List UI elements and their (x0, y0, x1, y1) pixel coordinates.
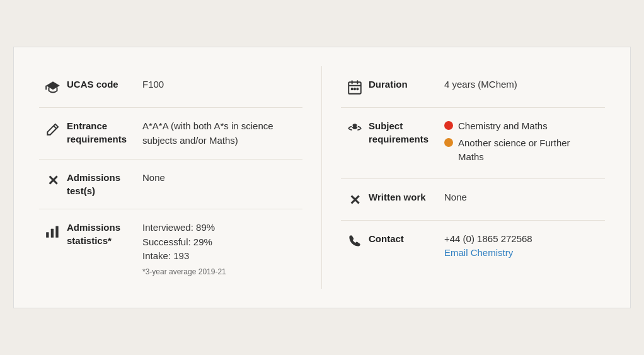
phone-icon (341, 232, 369, 250)
svg-point-4 (352, 88, 353, 90)
subject-req-items: Chemistry and Maths Another science or F… (444, 119, 592, 167)
entrance-req-value: A*A*A (with both A*s in science subjects… (142, 119, 290, 148)
orange-dot (444, 138, 453, 147)
subject-req-label: Subject requirements (369, 119, 444, 146)
info-grid: UCAS code F100 Entrance requirements A*A… (39, 66, 605, 289)
svg-rect-1 (51, 229, 54, 238)
subject-req-row: Subject requirements Chemistry and Maths… (341, 108, 605, 179)
written-work-value: None (444, 190, 592, 205)
subject-req-item-1: Chemistry and Maths (444, 119, 592, 134)
contact-email[interactable]: Email Chemistry (444, 246, 592, 260)
cross-icon-written (341, 190, 369, 209)
duration-value: 4 years (MChem) (444, 78, 592, 92)
contact-row: Contact +44 (0) 1865 272568 Email Chemis… (341, 221, 605, 272)
email-chemistry-link[interactable]: Email Chemistry (444, 247, 513, 258)
admissions-stats-value: Interviewed: 89% Successful: 29% Intake:… (142, 221, 290, 277)
contact-phone: +44 (0) 1865 272568 (444, 232, 592, 247)
graduation-icon (39, 78, 67, 96)
ucas-code-value: F100 (142, 78, 290, 92)
admissions-test-value: None (142, 171, 290, 185)
written-work-row: Written work None (341, 179, 605, 221)
svg-point-8 (352, 125, 353, 127)
info-card: UCAS code F100 Entrance requirements A*A… (13, 47, 631, 308)
left-column: UCAS code F100 Entrance requirements A*A… (39, 66, 322, 289)
duration-label: Duration (369, 78, 444, 91)
entrance-req-row: Entrance requirements A*A*A (with both A… (39, 108, 302, 160)
bar-chart-icon (39, 221, 67, 239)
calendar-icon (341, 78, 369, 96)
admissions-stats-label: Admissions statistics* (67, 221, 142, 247)
ucas-code-row: UCAS code F100 (39, 66, 302, 108)
contact-label: Contact (369, 232, 444, 245)
admissions-test-row: Admissions test(s) None (39, 160, 302, 209)
cross-icon-test (39, 171, 67, 189)
contact-value: +44 (0) 1865 272568 Email Chemistry (444, 232, 592, 260)
entrance-req-label: Entrance requirements (67, 119, 142, 146)
subject-req-item-2: Another science or Further Maths (444, 136, 592, 165)
svg-rect-2 (55, 226, 58, 238)
svg-point-5 (354, 88, 355, 90)
red-dot (444, 121, 453, 130)
pencil-icon (39, 119, 67, 137)
written-work-label: Written work (369, 190, 444, 204)
admissions-test-label: Admissions test(s) (67, 171, 142, 197)
duration-row: Duration 4 years (MChem) (341, 66, 605, 108)
ucas-code-label: UCAS code (67, 78, 142, 91)
svg-point-6 (357, 88, 358, 90)
admissions-stats-row: Admissions statistics* Interviewed: 89% … (39, 209, 302, 289)
svg-rect-0 (46, 232, 49, 238)
svg-point-9 (357, 125, 358, 127)
subject-icon (341, 119, 369, 137)
right-column: Duration 4 years (MChem) Subject requ (322, 66, 605, 289)
